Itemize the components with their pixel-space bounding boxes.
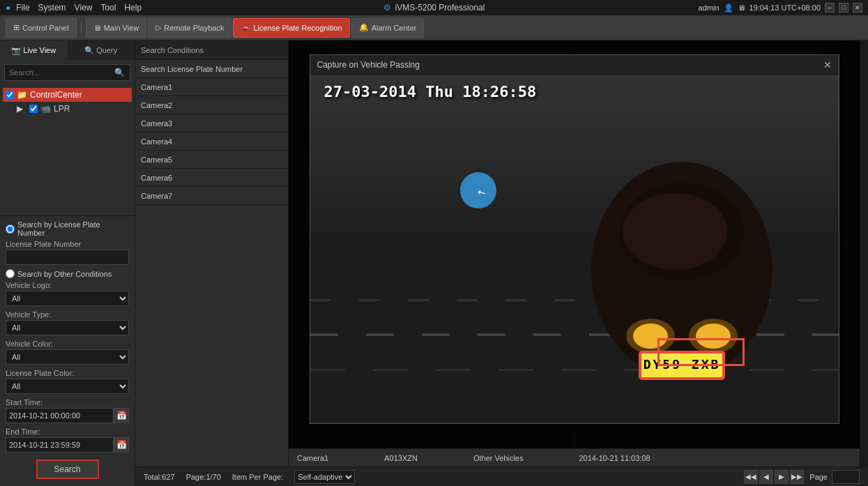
camera-7-label: Camera7 (141, 192, 172, 200)
search-by-plate-radio-row: Search by License Plate Number (6, 220, 129, 237)
svg-point-5 (626, 319, 675, 354)
camera-search-plate-item[interactable]: Search License Plate Number (135, 60, 288, 78)
camera-item-5[interactable]: Camera5 (135, 151, 288, 169)
app-title: iVMS-5200 Professional (395, 3, 485, 13)
tree-root-label: ControlCenter (30, 90, 82, 100)
bell-icon: 🔔 (359, 23, 369, 32)
vehicle-color-label: Vehicle Color: (6, 340, 129, 348)
camera-item-1[interactable]: Camera1 (135, 78, 288, 96)
start-time-label: Start Time: (6, 398, 129, 407)
vehicle-logo-select[interactable]: All (6, 291, 129, 306)
query-icon: 🔍 (84, 46, 94, 55)
sidebar-tabs: 📷 Live View 🔍 Query (0, 40, 135, 60)
monitor-icon-tb: 🖥 (93, 24, 101, 32)
search-by-conditions-label: Search by Other Conditions (17, 270, 112, 278)
camera-list-title: Search Conditions (141, 46, 204, 54)
camera-item-6[interactable]: Camera6 (135, 169, 288, 187)
result-camera: Camera1 (297, 454, 328, 462)
capture-modal: Capture on Vehicle Passing ✕ 27-03-2014 … (310, 54, 839, 424)
content-area: Search Conditions Search License Plate N… (135, 40, 868, 486)
camera-tree: 📁 ControlCenter ▶ 📹 LPR (0, 85, 135, 215)
menu-system[interactable]: System (38, 3, 66, 13)
main-view-button[interactable]: 🖥 Main View (86, 18, 147, 38)
menu-file[interactable]: File (16, 3, 29, 13)
modal-close-button[interactable]: ✕ (823, 59, 832, 70)
tab-live-label: Live View (23, 46, 56, 54)
lpr-checkbox[interactable] (29, 105, 38, 113)
vehicle-type-select[interactable]: All (6, 320, 129, 335)
video-timestamp: 27-03-2014 Thu 18:26:58 (324, 83, 537, 100)
menu-help[interactable]: Help (124, 3, 142, 13)
toolbar-separator-1 (81, 21, 82, 35)
modal-overlay: Capture on Vehicle Passing ✕ 27-03-2014 … (289, 40, 860, 448)
content-top: Search Conditions Search License Plate N… (135, 40, 868, 466)
menu-tool[interactable]: Tool (100, 3, 116, 13)
plate-color-label: License Plate Color: (6, 369, 129, 377)
camera-5-label: Camera5 (141, 155, 172, 164)
modal-title-label: Capture on Vehicle Passing (317, 60, 420, 70)
camera-item-3[interactable]: Camera3 (135, 114, 288, 132)
tab-live-view[interactable]: 📷 Live View (0, 40, 68, 60)
search-by-plate-radio[interactable] (6, 225, 15, 234)
svg-point-2 (623, 193, 727, 270)
plate-color-select[interactable]: All (6, 379, 129, 394)
plate-color-field: License Plate Color: All (6, 369, 129, 394)
plate-number-input[interactable] (6, 250, 129, 265)
main-layout: 📷 Live View 🔍 Query 🔍 📁 ControlCenter (0, 40, 868, 486)
app-title-center: ⚙ iVMS-5200 Professional (383, 3, 485, 13)
control-panel-button[interactable]: ⊞ Control Panel (6, 18, 77, 38)
folder-icon: 📁 (17, 90, 27, 100)
menu-view[interactable]: View (75, 3, 93, 13)
vehicle-logo-label: Vehicle Logo: (6, 281, 129, 289)
alarm-center-label: Alarm Center (372, 24, 417, 32)
modal-title-bar: Capture on Vehicle Passing ✕ (310, 55, 839, 75)
tree-lpr-item[interactable]: ▶ 📹 LPR (14, 102, 132, 116)
vehicle-color-select[interactable]: All (6, 349, 129, 365)
start-time-input[interactable] (6, 408, 114, 423)
search-by-conditions-radio[interactable] (6, 269, 15, 278)
vehicle-color-field: Vehicle Color: All (6, 340, 129, 365)
title-bar: ● File System View Tool Help ⚙ iVMS-5200… (0, 0, 868, 15)
root-checkbox[interactable] (6, 91, 14, 99)
camera-item-2[interactable]: Camera2 (135, 96, 288, 114)
camera-list-header: Search Conditions (135, 40, 288, 60)
tab-query[interactable]: 🔍 Query (68, 40, 135, 60)
camera-item-7[interactable]: Camera7 (135, 187, 288, 205)
minimize-button[interactable]: ─ (825, 3, 835, 13)
nav-prev-button[interactable]: ◀ (759, 470, 773, 484)
end-time-field: End Time: 📅 (6, 427, 129, 453)
result-row[interactable]: Camera1 A013XZN Other Vehicles 2014-10-2… (289, 448, 860, 466)
camera-search-plate-label: Search License Plate Number (141, 65, 243, 73)
maximize-button[interactable]: □ (839, 3, 848, 13)
start-time-calendar-button[interactable]: 📅 (114, 408, 129, 423)
close-button[interactable]: ✕ (853, 3, 862, 13)
nav-first-button[interactable]: ◀◀ (744, 470, 758, 484)
end-time-input[interactable] (6, 437, 114, 453)
end-time-calendar-button[interactable]: 📅 (114, 437, 129, 453)
menu-bar: File System View Tool Help (16, 3, 142, 13)
result-timestamp: 2014-10-21 11:03:08 (579, 454, 650, 462)
lpr-button[interactable]: 🚗 License Plate Recognition (233, 18, 349, 38)
search-input[interactable] (4, 64, 130, 81)
tree-root-item[interactable]: 📁 ControlCenter (3, 88, 132, 102)
camera-item-4[interactable]: Camera4 (135, 132, 288, 151)
page-number-input[interactable] (832, 470, 860, 484)
tree-lpr-label: LPR (54, 104, 70, 114)
sidebar-search-box: 🔍 (0, 60, 135, 85)
search-icon[interactable]: 🔍 (114, 68, 125, 77)
result-type: Other Vehicles (473, 454, 524, 462)
user-label: admin (699, 3, 719, 12)
camera-2-label: Camera2 (141, 101, 172, 109)
per-page-label: Item Per Page: (232, 473, 283, 481)
alarm-center-button[interactable]: 🔔 Alarm Center (351, 18, 425, 38)
nav-next-button[interactable]: ▶ (775, 470, 789, 484)
per-page-select[interactable]: Self-adaptive (294, 470, 355, 484)
search-button[interactable]: Search (36, 460, 99, 479)
right-scrollbar[interactable] (860, 40, 868, 466)
end-time-label: End Time: (6, 427, 129, 436)
camera-4-label: Camera4 (141, 137, 172, 146)
nav-last-button[interactable]: ▶▶ (790, 470, 804, 484)
remote-playback-button[interactable]: ▷ Remote Playback (148, 18, 231, 38)
camera-list-panel: Search Conditions Search License Plate N… (135, 40, 289, 466)
result-plate: A013XZN (384, 454, 418, 462)
